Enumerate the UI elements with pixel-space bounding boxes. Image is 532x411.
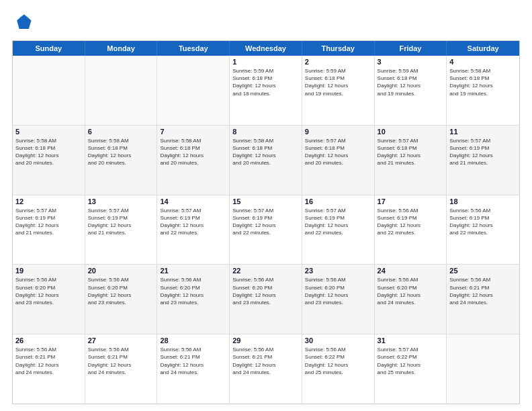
day-info: Sunrise: 5:57 AM Sunset: 6:19 PM Dayligh… bbox=[160, 207, 226, 237]
day-number: 29 bbox=[232, 336, 299, 345]
day-info: Sunrise: 5:58 AM Sunset: 6:18 PM Dayligh… bbox=[232, 137, 299, 167]
day-number: 10 bbox=[378, 128, 444, 136]
day-info: Sunrise: 5:56 AM Sunset: 6:21 PM Dayligh… bbox=[160, 346, 226, 376]
calendar-cell-1-5: 10Sunrise: 5:57 AM Sunset: 6:18 PM Dayli… bbox=[375, 126, 447, 195]
logo-icon bbox=[12, 12, 34, 34]
calendar-body: 1Sunrise: 5:59 AM Sunset: 6:18 PM Daylig… bbox=[13, 56, 519, 404]
day-number: 14 bbox=[160, 197, 226, 205]
calendar-row-2: 12Sunrise: 5:57 AM Sunset: 6:19 PM Dayli… bbox=[13, 195, 519, 265]
calendar: SundayMondayTuesdayWednesdayThursdayFrid… bbox=[12, 40, 520, 404]
day-number: 1 bbox=[232, 58, 299, 66]
day-number: 22 bbox=[232, 267, 299, 275]
day-number: 11 bbox=[449, 128, 517, 136]
day-number: 18 bbox=[449, 197, 517, 205]
calendar-cell-2-1: 13Sunrise: 5:57 AM Sunset: 6:19 PM Dayli… bbox=[85, 195, 158, 265]
day-info: Sunrise: 5:57 AM Sunset: 6:18 PM Dayligh… bbox=[305, 137, 371, 167]
day-number: 19 bbox=[15, 267, 82, 275]
calendar-cell-0-1 bbox=[85, 56, 158, 125]
day-number: 12 bbox=[15, 197, 82, 205]
calendar-cell-3-0: 19Sunrise: 5:56 AM Sunset: 6:20 PM Dayli… bbox=[13, 265, 85, 334]
day-info: Sunrise: 5:58 AM Sunset: 6:18 PM Dayligh… bbox=[449, 67, 517, 97]
day-info: Sunrise: 5:58 AM Sunset: 6:18 PM Dayligh… bbox=[15, 137, 82, 167]
day-info: Sunrise: 5:57 AM Sunset: 6:19 PM Dayligh… bbox=[232, 207, 299, 237]
day-number: 6 bbox=[88, 128, 154, 136]
page: SundayMondayTuesdayWednesdayThursdayFrid… bbox=[0, 0, 532, 411]
header-day-thursday: Thursday bbox=[302, 41, 375, 56]
day-info: Sunrise: 5:58 AM Sunset: 6:18 PM Dayligh… bbox=[160, 137, 226, 167]
day-number: 17 bbox=[378, 197, 444, 205]
day-info: Sunrise: 5:56 AM Sunset: 6:21 PM Dayligh… bbox=[88, 346, 154, 376]
calendar-cell-4-5: 31Sunrise: 5:57 AM Sunset: 6:22 PM Dayli… bbox=[375, 334, 447, 404]
day-info: Sunrise: 5:56 AM Sunset: 6:21 PM Dayligh… bbox=[232, 346, 299, 376]
day-number: 20 bbox=[88, 267, 154, 275]
calendar-cell-3-4: 23Sunrise: 5:56 AM Sunset: 6:20 PM Dayli… bbox=[302, 265, 375, 334]
day-info: Sunrise: 5:56 AM Sunset: 6:20 PM Dayligh… bbox=[15, 276, 82, 306]
day-info: Sunrise: 5:56 AM Sunset: 6:21 PM Dayligh… bbox=[15, 346, 82, 376]
logo bbox=[12, 12, 36, 34]
day-info: Sunrise: 5:58 AM Sunset: 6:18 PM Dayligh… bbox=[88, 137, 154, 167]
day-info: Sunrise: 5:56 AM Sunset: 6:22 PM Dayligh… bbox=[305, 346, 371, 376]
day-number: 30 bbox=[305, 336, 371, 345]
header-day-wednesday: Wednesday bbox=[230, 41, 302, 56]
calendar-cell-4-3: 29Sunrise: 5:56 AM Sunset: 6:21 PM Dayli… bbox=[230, 334, 302, 404]
day-info: Sunrise: 5:56 AM Sunset: 6:20 PM Dayligh… bbox=[88, 276, 154, 306]
day-number: 5 bbox=[15, 128, 82, 136]
day-number: 16 bbox=[305, 197, 371, 205]
day-number: 23 bbox=[305, 267, 371, 275]
header-day-sunday: Sunday bbox=[13, 41, 85, 56]
day-number: 9 bbox=[305, 128, 371, 136]
header-day-friday: Friday bbox=[375, 41, 447, 56]
day-info: Sunrise: 5:56 AM Sunset: 6:21 PM Dayligh… bbox=[449, 276, 517, 306]
calendar-cell-2-5: 17Sunrise: 5:56 AM Sunset: 6:19 PM Dayli… bbox=[375, 195, 447, 265]
calendar-cell-4-6 bbox=[447, 334, 519, 404]
header-day-tuesday: Tuesday bbox=[157, 41, 230, 56]
day-number: 15 bbox=[232, 197, 299, 205]
day-info: Sunrise: 5:59 AM Sunset: 6:18 PM Dayligh… bbox=[378, 67, 444, 97]
day-number: 26 bbox=[15, 336, 82, 345]
calendar-row-3: 19Sunrise: 5:56 AM Sunset: 6:20 PM Dayli… bbox=[13, 265, 519, 334]
calendar-cell-3-1: 20Sunrise: 5:56 AM Sunset: 6:20 PM Dayli… bbox=[85, 265, 158, 334]
day-number: 3 bbox=[378, 58, 444, 66]
calendar-cell-0-3: 1Sunrise: 5:59 AM Sunset: 6:18 PM Daylig… bbox=[230, 56, 302, 125]
calendar-cell-0-2 bbox=[157, 56, 230, 125]
calendar-row-0: 1Sunrise: 5:59 AM Sunset: 6:18 PM Daylig… bbox=[13, 56, 519, 126]
day-info: Sunrise: 5:57 AM Sunset: 6:19 PM Dayligh… bbox=[15, 207, 82, 237]
day-info: Sunrise: 5:59 AM Sunset: 6:18 PM Dayligh… bbox=[305, 67, 371, 97]
calendar-cell-1-1: 6Sunrise: 5:58 AM Sunset: 6:18 PM Daylig… bbox=[85, 126, 158, 195]
day-info: Sunrise: 5:56 AM Sunset: 6:20 PM Dayligh… bbox=[378, 276, 444, 306]
day-number: 2 bbox=[305, 58, 371, 66]
calendar-cell-0-6: 4Sunrise: 5:58 AM Sunset: 6:18 PM Daylig… bbox=[447, 56, 519, 125]
calendar-cell-2-0: 12Sunrise: 5:57 AM Sunset: 6:19 PM Dayli… bbox=[13, 195, 85, 265]
day-info: Sunrise: 5:57 AM Sunset: 6:22 PM Dayligh… bbox=[378, 346, 444, 376]
calendar-cell-2-2: 14Sunrise: 5:57 AM Sunset: 6:19 PM Dayli… bbox=[157, 195, 230, 265]
day-info: Sunrise: 5:57 AM Sunset: 6:19 PM Dayligh… bbox=[305, 207, 371, 237]
calendar-row-1: 5Sunrise: 5:58 AM Sunset: 6:18 PM Daylig… bbox=[13, 126, 519, 195]
day-number: 28 bbox=[160, 336, 226, 345]
calendar-cell-0-5: 3Sunrise: 5:59 AM Sunset: 6:18 PM Daylig… bbox=[375, 56, 447, 125]
day-info: Sunrise: 5:59 AM Sunset: 6:18 PM Dayligh… bbox=[232, 67, 299, 97]
day-number: 25 bbox=[449, 267, 517, 275]
calendar-cell-3-5: 24Sunrise: 5:56 AM Sunset: 6:20 PM Dayli… bbox=[375, 265, 447, 334]
calendar-cell-4-0: 26Sunrise: 5:56 AM Sunset: 6:21 PM Dayli… bbox=[13, 334, 85, 404]
day-number: 13 bbox=[88, 197, 154, 205]
day-info: Sunrise: 5:57 AM Sunset: 6:19 PM Dayligh… bbox=[449, 137, 517, 167]
day-info: Sunrise: 5:56 AM Sunset: 6:19 PM Dayligh… bbox=[378, 207, 444, 237]
calendar-cell-0-4: 2Sunrise: 5:59 AM Sunset: 6:18 PM Daylig… bbox=[302, 56, 375, 125]
calendar-cell-3-6: 25Sunrise: 5:56 AM Sunset: 6:21 PM Dayli… bbox=[447, 265, 519, 334]
calendar-cell-3-2: 21Sunrise: 5:56 AM Sunset: 6:20 PM Dayli… bbox=[157, 265, 230, 334]
day-number: 24 bbox=[378, 267, 444, 275]
calendar-cell-4-2: 28Sunrise: 5:56 AM Sunset: 6:21 PM Dayli… bbox=[157, 334, 230, 404]
calendar-cell-4-1: 27Sunrise: 5:56 AM Sunset: 6:21 PM Dayli… bbox=[85, 334, 158, 404]
calendar-cell-4-4: 30Sunrise: 5:56 AM Sunset: 6:22 PM Dayli… bbox=[302, 334, 375, 404]
day-number: 21 bbox=[160, 267, 226, 275]
svg-marker-0 bbox=[17, 15, 31, 29]
header bbox=[12, 12, 520, 34]
day-number: 27 bbox=[88, 336, 154, 345]
calendar-cell-2-4: 16Sunrise: 5:57 AM Sunset: 6:19 PM Dayli… bbox=[302, 195, 375, 265]
calendar-cell-1-3: 8Sunrise: 5:58 AM Sunset: 6:18 PM Daylig… bbox=[230, 126, 302, 195]
calendar-cell-1-0: 5Sunrise: 5:58 AM Sunset: 6:18 PM Daylig… bbox=[13, 126, 85, 195]
day-number: 7 bbox=[160, 128, 226, 136]
calendar-cell-3-3: 22Sunrise: 5:56 AM Sunset: 6:20 PM Dayli… bbox=[230, 265, 302, 334]
calendar-cell-2-3: 15Sunrise: 5:57 AM Sunset: 6:19 PM Dayli… bbox=[230, 195, 302, 265]
day-number: 4 bbox=[449, 58, 517, 66]
